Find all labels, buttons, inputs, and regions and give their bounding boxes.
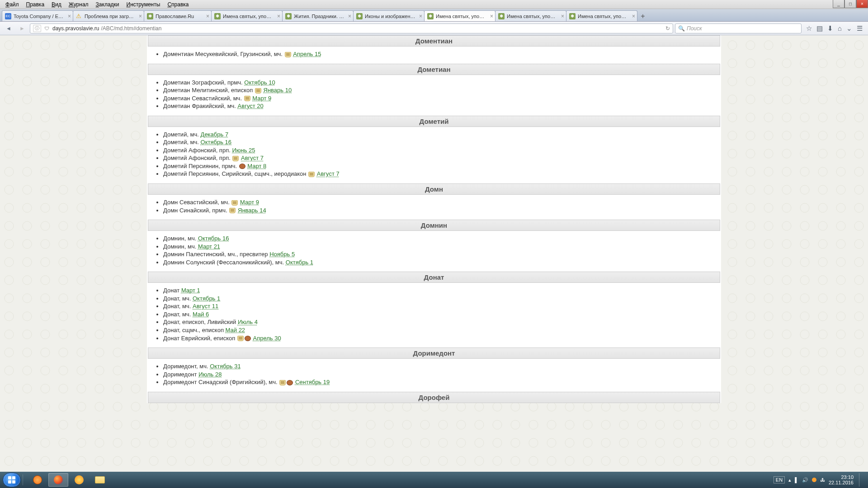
menu-справка[interactable]: Справка: [164, 0, 192, 9]
taskbar-firefox[interactable]: [48, 473, 68, 487]
toolbar-icons: ☆ ▤ ⬇ ⌂ ⌄ ☰: [803, 24, 865, 33]
tab-close-icon[interactable]: ×: [419, 13, 422, 19]
entry-item: Доримедонт Синадский (Фригийский), мч. С…: [163, 378, 720, 386]
taskbar-explorer[interactable]: [90, 473, 110, 487]
tab-close-icon[interactable]: ×: [68, 13, 71, 19]
taskbar-media-player[interactable]: [28, 473, 47, 487]
entry-date-link[interactable]: Март 9: [240, 199, 259, 206]
pocket-icon[interactable]: ⌄: [846, 24, 852, 33]
tray-volume-icon[interactable]: 🔊: [802, 477, 808, 483]
entries-list: Домн Севастийский, мч. Март 9Домн Синайс…: [148, 198, 720, 214]
hamburger-menu-icon[interactable]: ☰: [857, 24, 863, 33]
site-favicon: ✱: [285, 13, 292, 19]
tab-7[interactable]: ✱Имена святых, упоминае...×: [495, 10, 566, 21]
entry-text: Дометиан Мелитинский, епископ: [163, 87, 253, 94]
show-desktop-button[interactable]: [859, 473, 863, 487]
entry-date-link[interactable]: Май 6: [193, 311, 209, 318]
identity-icon[interactable]: ⓘ: [33, 25, 41, 32]
menu-файл[interactable]: Файл: [2, 0, 23, 9]
maximize-button[interactable]: □: [844, 0, 856, 8]
entry-date-link[interactable]: Март 1: [181, 287, 200, 294]
tab-title: Проблема при загрузке ...: [85, 14, 136, 19]
entry-date-link[interactable]: Июль 4: [238, 319, 258, 325]
tab-close-icon[interactable]: ×: [139, 13, 142, 19]
tab-4[interactable]: ✱Жития. Праздники. Икон...×: [282, 10, 354, 21]
tab-5[interactable]: ✱Иконы и изображения п...×: [353, 10, 425, 21]
entry-date-link[interactable]: Октябрь 31: [210, 363, 241, 370]
home-icon[interactable]: ⌂: [838, 24, 842, 33]
entry-date-link[interactable]: Январь 14: [238, 207, 266, 214]
tab-8[interactable]: ✱Имена святых, упоминае...×: [566, 10, 637, 21]
entry-date-link[interactable]: Октябрь 10: [244, 79, 275, 86]
tab-title: Имена святых, упоминае...: [436, 14, 487, 19]
entry-date-link[interactable]: Август 20: [238, 103, 264, 109]
entry-date-link[interactable]: Октябрь 16: [201, 139, 231, 145]
tab-close-icon[interactable]: ×: [490, 13, 493, 19]
entry-date-link[interactable]: Август 7: [317, 170, 340, 177]
downloads-icon[interactable]: ⬇: [827, 24, 833, 33]
entry-date-link[interactable]: Октябрь 1: [286, 259, 313, 266]
minimize-button[interactable]: _: [833, 0, 844, 8]
menu-журнал[interactable]: Журнал: [65, 0, 92, 9]
entry-item: Доримедонт Июль 28: [163, 371, 720, 379]
tab-3[interactable]: ✱Имена святых, упоминае...×: [211, 10, 283, 21]
tray-arrow-icon[interactable]: ▴: [788, 477, 791, 483]
reload-button[interactable]: ↻: [665, 25, 670, 32]
bookmark-star-icon[interactable]: ☆: [806, 24, 812, 33]
entry-date-link[interactable]: Июль 28: [198, 371, 222, 378]
entry-date-link[interactable]: Декабрь 7: [201, 131, 229, 138]
close-button[interactable]: ×: [856, 0, 868, 8]
url-host: days.pravoslavie.ru: [52, 25, 99, 32]
entry-item: Дометий, мч. Декабрь 7: [163, 131, 720, 139]
tray-app-icon[interactable]: [812, 478, 816, 482]
tab-close-icon[interactable]: ×: [561, 13, 564, 19]
search-box[interactable]: 🔍 Поиск: [675, 23, 802, 33]
address-bar[interactable]: ⓘ 🛡 days.pravoslavie.ru/ABC/md.htm#domen…: [30, 23, 673, 33]
entry-date-link[interactable]: Октябрь 1: [193, 295, 220, 302]
scroll-icon: [244, 96, 250, 101]
tab-0[interactable]: ECToyota Company / Englis...×: [2, 10, 73, 21]
scroll-icon: [279, 380, 286, 385]
entry-date-link[interactable]: Ноябрь 5: [269, 251, 295, 258]
new-tab-button[interactable]: +: [637, 11, 649, 21]
back-button[interactable]: ◄: [3, 23, 14, 34]
entry-date-link[interactable]: Октябрь 16: [198, 235, 229, 242]
entry-date-link[interactable]: Май 22: [226, 327, 245, 333]
tray-flag-icon[interactable]: ▌: [795, 477, 798, 483]
entry-date-link[interactable]: Март 21: [198, 243, 220, 250]
url-path: /ABC/md.htm#domentian: [101, 25, 161, 32]
tab-close-icon[interactable]: ×: [206, 13, 209, 19]
entry-date-link[interactable]: Март 8: [247, 163, 266, 169]
clock[interactable]: 23:10 22.11.2016: [829, 474, 854, 485]
forward-button[interactable]: ►: [16, 23, 28, 34]
menu-bar: ФайлПравкаВидЖурналЗакладкиИнструментыСп…: [0, 0, 868, 9]
menu-закладки[interactable]: Закладки: [92, 0, 123, 9]
entry-date-link[interactable]: Июнь 25: [232, 147, 255, 154]
tab-close-icon[interactable]: ×: [632, 13, 635, 19]
entry-text: Донат, епископ, Ливийский: [163, 319, 236, 325]
entry-date-link[interactable]: Январь 10: [264, 87, 292, 94]
language-indicator[interactable]: EN: [774, 476, 785, 483]
menu-инструменты[interactable]: Инструменты: [123, 0, 164, 9]
entry-date-link[interactable]: Апрель 15: [293, 51, 321, 57]
entry-date-link[interactable]: Апрель 30: [253, 335, 281, 342]
tab-6[interactable]: ✱Имена святых, упоминае...×: [424, 10, 495, 21]
entry-date-link[interactable]: Август 11: [193, 303, 218, 310]
reader-icon[interactable]: ▤: [816, 24, 823, 33]
tab-close-icon[interactable]: ×: [348, 13, 351, 19]
svg-rect-1: [12, 476, 15, 479]
entry-date-link[interactable]: Март 9: [252, 95, 271, 102]
tab-1[interactable]: ⚠Проблема при загрузке ...×: [73, 10, 144, 21]
entry-date-link[interactable]: Сентябрь 19: [295, 379, 330, 385]
tray-network-icon[interactable]: 🖧: [820, 477, 825, 483]
entry-date-link[interactable]: Август 7: [241, 155, 264, 161]
tab-close-icon[interactable]: ×: [277, 13, 280, 19]
clock-time: 23:10: [829, 474, 854, 480]
start-button[interactable]: [3, 473, 21, 487]
taskbar-weather[interactable]: [69, 473, 89, 487]
tab-2[interactable]: ✱Православие.Ru×: [144, 10, 212, 21]
menu-правка[interactable]: Правка: [23, 0, 48, 9]
scroll-icon: [232, 156, 239, 161]
entry-text: Дометиан Фракийский, мч.: [163, 103, 236, 109]
menu-вид[interactable]: Вид: [48, 0, 65, 9]
